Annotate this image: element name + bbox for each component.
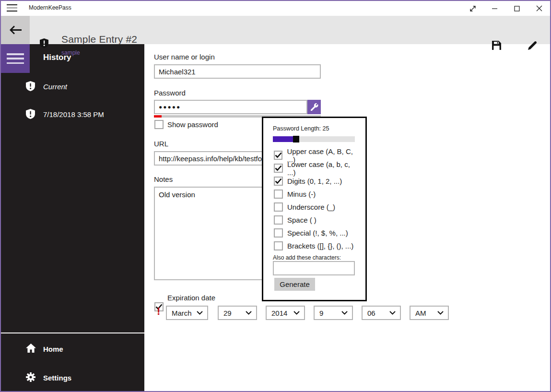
hour-select-value: 9 — [319, 309, 323, 317]
hamburger-icon — [7, 53, 24, 64]
show-password-checkbox[interactable] — [154, 120, 164, 129]
underscore-checkbox[interactable] — [274, 202, 283, 212]
username-input[interactable] — [154, 64, 321, 79]
checkmark-icon — [275, 152, 282, 158]
password-input[interactable] — [154, 100, 307, 114]
option-row-minus: Minus (-) — [274, 188, 360, 201]
hour-select[interactable]: 9 — [314, 306, 353, 320]
history-item-label: Current — [43, 83, 67, 91]
sidebar-divider — [0, 333, 144, 333]
slider-fill — [273, 136, 293, 142]
option-row-digits: Digits (0, 1, 2, ...) — [274, 175, 360, 188]
generate-password-button[interactable] — [307, 100, 321, 114]
option-label: Underscore (_) — [287, 203, 335, 211]
close-button[interactable] — [528, 1, 550, 16]
sidebar-item-label: Settings — [43, 374, 71, 382]
minute-select[interactable]: 06 — [362, 306, 401, 320]
option-label: Digits (0, 1, 2, ...) — [287, 177, 342, 185]
month-select-value: March — [172, 309, 192, 317]
chevron-down-icon — [246, 311, 252, 315]
also-add-input[interactable] — [273, 261, 355, 275]
maximize-icon — [514, 6, 520, 12]
fullscreen-button[interactable] — [462, 1, 484, 16]
shield-icon — [26, 109, 35, 121]
minimize-icon — [492, 6, 498, 12]
entry-shield-icon — [40, 38, 48, 50]
option-row-lowercase: Lower case (a, b, c, ...) — [274, 162, 360, 175]
shield-icon — [26, 81, 35, 93]
generate-button[interactable]: Generate — [274, 278, 315, 291]
also-add-label: Also add these characters: — [273, 254, 341, 261]
save-button[interactable] — [492, 41, 501, 52]
lowercase-checkbox[interactable] — [274, 164, 283, 173]
app-title: ModernKeePass — [29, 0, 71, 16]
month-select[interactable]: March — [166, 306, 208, 320]
minute-select-value: 06 — [367, 309, 375, 317]
fullscreen-icon — [469, 5, 477, 12]
sidebar-item-label: Home — [43, 345, 63, 353]
save-floppy-icon — [492, 41, 501, 50]
back-button[interactable] — [1, 16, 30, 44]
chevron-down-icon — [293, 311, 300, 315]
gear-icon — [26, 372, 35, 384]
special-checkbox[interactable] — [274, 228, 283, 238]
chevron-down-icon — [341, 311, 348, 315]
maximize-button[interactable] — [506, 1, 528, 16]
option-label: Minus (-) — [287, 190, 316, 198]
option-label: Special (!, $, %, ...) — [287, 229, 348, 237]
wrench-icon — [310, 103, 318, 111]
day-select-value: 29 — [223, 309, 232, 317]
brackets-checkbox[interactable] — [274, 241, 283, 250]
year-select-value: 2014 — [271, 309, 287, 317]
checkmark-icon — [275, 165, 282, 171]
url-label: URL — [154, 140, 168, 148]
ampm-select-value: AM — [415, 309, 426, 317]
chevron-down-icon — [197, 311, 203, 315]
history-item-label: 7/18/2018 3:58 PM — [43, 110, 104, 119]
option-row-special: Special (!, $, %, ...) — [274, 226, 360, 239]
close-icon — [536, 5, 542, 12]
minus-checkbox[interactable] — [274, 190, 283, 199]
sidebar: History Current 7/18/2018 3:58 PM — [0, 44, 144, 392]
expiration-label: Expiration date — [167, 294, 215, 302]
slider-thumb[interactable] — [293, 136, 299, 143]
home-icon — [26, 344, 36, 355]
expired-warning-icon: ! — [157, 305, 160, 318]
edit-button[interactable] — [528, 41, 537, 52]
space-checkbox[interactable] — [274, 215, 283, 225]
password-length-label: Password Length: 25 — [273, 125, 329, 132]
ampm-select[interactable]: AM — [410, 306, 449, 320]
app-header: Sample Entry #2 sample — [0, 16, 551, 44]
option-row-underscore: Underscore (_) — [274, 201, 360, 214]
titlebar: ModernKeePass — [0, 0, 551, 16]
minimize-button[interactable] — [484, 1, 506, 16]
password-generator-popup: Password Length: 25 Upper case (A, B, C,… — [262, 117, 367, 301]
chevron-down-icon — [389, 311, 396, 315]
chevron-down-icon — [437, 311, 444, 315]
digits-checkbox[interactable] — [274, 177, 283, 186]
day-select[interactable]: 29 — [218, 306, 257, 320]
password-length-slider[interactable] — [273, 136, 355, 142]
checkmark-icon — [275, 178, 282, 184]
option-label: Brackets ([], {}, (), ...) — [287, 242, 353, 250]
option-label: Space ( ) — [287, 216, 317, 224]
show-password-label: Show password — [167, 120, 218, 129]
edit-pencil-icon — [528, 41, 537, 50]
option-label: Lower case (a, b, c, ...) — [287, 160, 360, 177]
username-label: User name or login — [154, 53, 215, 61]
option-row-brackets: Brackets ([], {}, (), ...) — [274, 239, 360, 252]
back-arrow-icon — [9, 25, 22, 35]
password-strength-fill — [154, 115, 162, 118]
password-label: Password — [154, 89, 186, 97]
entry-group-subtitle[interactable]: sample — [61, 49, 80, 56]
notes-label: Notes — [154, 175, 173, 183]
year-select[interactable]: 2014 — [266, 306, 305, 320]
entry-title: Sample Entry #2 — [61, 34, 137, 45]
nav-hamburger-button[interactable] — [1, 44, 30, 73]
menu-hamburger-icon[interactable] — [7, 4, 17, 12]
uppercase-checkbox[interactable] — [274, 151, 282, 160]
option-row-space: Space ( ) — [274, 214, 360, 226]
